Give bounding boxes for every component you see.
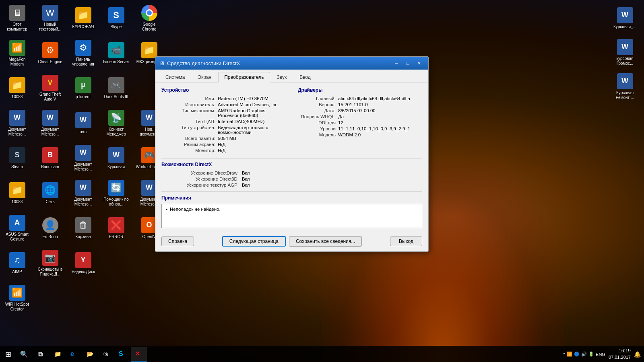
icon-panel[interactable]: ⚙ Панель управления (68, 37, 98, 69)
icon-aimp[interactable]: ♫ AIMP (2, 247, 32, 279)
gta-icon: V (42, 75, 58, 91)
tab-zvuk[interactable]: Звук (271, 72, 293, 82)
search-button[interactable]: 🔍 (16, 346, 32, 362)
icon-kursovaya-right2[interactable]: W курсовая Громос... (610, 36, 640, 68)
icon-google-chrome[interactable]: Google Chrome (134, 2, 164, 34)
icon-doc-ms3[interactable]: W Документ Microsо... (68, 142, 98, 174)
icon-error[interactable]: ❌ ERROR (101, 212, 131, 244)
icon-dark-souls[interactable]: 🎮 Dark Souls III (101, 72, 131, 104)
maximize-button[interactable]: □ (402, 59, 413, 67)
icon-label: Яндекс.Диск (71, 269, 95, 274)
tab-preobrazovatel[interactable]: Преобразователь (218, 72, 270, 82)
icon-label: Dark Souls III (104, 95, 128, 99)
icon-label: Панель управления (70, 57, 97, 67)
driver-value-4: 12 (338, 120, 343, 125)
notification-button[interactable]: 🔔 (634, 351, 641, 358)
folder-10083b-icon: 📁 (9, 182, 25, 198)
store-icon: 🛍 (103, 351, 108, 357)
icon-kursovaya[interactable]: 📁 КУРСОВАЯ (68, 2, 98, 34)
save-button[interactable]: Сохранить все сведения... (289, 236, 362, 247)
icon-doc-ms2[interactable]: W Документ Microsо... (35, 107, 65, 139)
device-row-7: Монитор: Н/Д (161, 148, 286, 153)
cap-row-0: Ускорение DirectDraw: Вкл (161, 171, 422, 175)
icon-megafon[interactable]: 📶 MegaFon Modem (2, 37, 32, 69)
icon-new-document[interactable]: W Новый текстовый... (35, 2, 65, 34)
device-row-1: Изготовитель: Advanced Micro Devices, In… (161, 102, 286, 107)
skype-icon: S (108, 7, 124, 23)
icon-asus[interactable]: A ASUS Smart Gesture (2, 212, 32, 244)
icon-skype[interactable]: S Skype (101, 2, 131, 34)
tray-volume-icon[interactable]: 🔊 (581, 352, 587, 357)
icon-label: Коннект Менеджер (103, 127, 130, 137)
icon-pomoshnik[interactable]: 🔄 Помощник по обнов... (101, 177, 131, 209)
task-view-button[interactable]: ⧉ (32, 346, 48, 362)
notes-section: Примечания • Неполадок не найдено. (161, 195, 422, 228)
driver-value-3: Да (338, 114, 344, 119)
taskbar-directx[interactable]: ✕ (131, 347, 147, 362)
icon-doc-ms[interactable]: W Документ Microsо... (2, 107, 32, 139)
icon-label: Cheat Engine (38, 60, 62, 64)
icon-konekt[interactable]: 📡 Коннект Менеджер (101, 107, 131, 139)
icon-label: Документ Microsо... (4, 127, 31, 137)
icon-set[interactable]: 🌐 Сеть (35, 177, 65, 209)
start-button[interactable]: ⊞ (0, 346, 16, 362)
icon-wifi-hotspot[interactable]: 📶 WiFi HotSpot Creator (2, 282, 32, 314)
taskbar-files[interactable]: 📂 (83, 347, 99, 362)
help-button[interactable]: Справка (161, 237, 194, 246)
system-tray: ^ 📶 🔵 🔊 🔋 ENG (563, 352, 605, 357)
taskbar-skype[interactable]: S (115, 347, 131, 362)
desktop: 🖥 Этот компьютер W Новый текстовый... 📁 … (0, 0, 644, 362)
device-row-6: Режим экрана: Н/Д (161, 142, 286, 147)
icon-ed-boon[interactable]: 👤 Ed Boon (35, 212, 65, 244)
icon-label: тест (79, 130, 87, 134)
dark-souls-icon: 🎮 (108, 77, 124, 93)
next-page-button[interactable]: Следующая страница (222, 236, 286, 247)
footer-center: Следующая страница Сохранить все сведени… (222, 236, 362, 247)
cap-row-1: Ускорение Direct3D: Вкл (161, 177, 422, 181)
taskbar-edge[interactable]: e (66, 347, 83, 362)
driver-row-2: Дата: 8/6/2015 07:00:00 (298, 108, 422, 113)
icon-10083b[interactable]: 📁 10083 (2, 177, 32, 209)
icon-label: Grand Theft Auto V (37, 92, 64, 102)
icon-test[interactable]: W тест (68, 107, 98, 139)
icon-korzina[interactable]: 🗑 Корзина (68, 212, 98, 244)
driver-value-0: aticfx64.dll,aticfx64.dll,aticfx64.dll,a (338, 96, 410, 101)
icon-cheat-engine[interactable]: ⚙ Cheat Engine (35, 37, 65, 69)
driver-value-5: 11_1,11_0,10_1,10_0,9_3,9_2,9_1 (338, 126, 410, 131)
icon-steam[interactable]: S Steam (2, 142, 32, 174)
test-icon: W (75, 112, 91, 128)
close-button[interactable]: ✕ (414, 59, 424, 67)
tab-sistema[interactable]: Система (159, 72, 191, 82)
icon-10083[interactable]: 📁 10083 (2, 72, 32, 104)
icon-screenshot[interactable]: 📷 Скриншоты в Яндекс.Д... (35, 247, 65, 279)
device-label-1: Изготовитель: (161, 102, 218, 107)
exit-button[interactable]: Выход (390, 237, 422, 246)
icon-kursovaya-right[interactable]: W Курсовая_... (610, 2, 640, 34)
minimize-button[interactable]: ─ (391, 59, 402, 67)
icon-label: µTorrent (76, 95, 91, 99)
icon-doc-ms4[interactable]: W Документ Microsо... (68, 177, 98, 209)
icon-this-computer[interactable]: 🖥 Этот компьютер (2, 2, 32, 34)
icon-bandicam[interactable]: B Bandicam (35, 142, 65, 174)
icon-yandex-disk[interactable]: Y Яндекс.Диск (68, 247, 98, 279)
taskbar-explorer[interactable]: 📁 (50, 347, 66, 362)
wifi-icon: 📶 (9, 285, 25, 301)
icon-kursovaya-right3[interactable]: W Курсовая Ремонт ... (610, 70, 640, 103)
icon-label: ASUS Smart Gesture (4, 232, 31, 242)
icon-label: Google Chrome (136, 22, 163, 32)
tab-vvod[interactable]: Ввод (293, 72, 317, 82)
tab-ekran[interactable]: Экран (192, 72, 217, 82)
icon-gta[interactable]: V Grand Theft Auto V (35, 72, 65, 104)
folder-icon: 📁 (75, 7, 91, 23)
driver-row-3: Подпись WHQL: Да (298, 114, 422, 119)
icon-label: OpenIV (142, 234, 156, 239)
icon-utorrent[interactable]: µ µTorrent (68, 72, 98, 104)
tray-lang-label[interactable]: ENG (596, 352, 605, 357)
panel-icon: ⚙ (75, 40, 91, 56)
dialog-title-area: 🖥 Средство диагностики DirectX (159, 60, 240, 66)
icon-ivideon[interactable]: 📹 Ivideon Server (101, 37, 131, 69)
icon-label: КУРСОВАЯ (72, 25, 94, 29)
taskbar-store[interactable]: 🛍 (99, 347, 115, 362)
icon-kursovaya2[interactable]: W Курсовая (101, 142, 131, 174)
tray-chevron[interactable]: ^ (563, 352, 565, 357)
